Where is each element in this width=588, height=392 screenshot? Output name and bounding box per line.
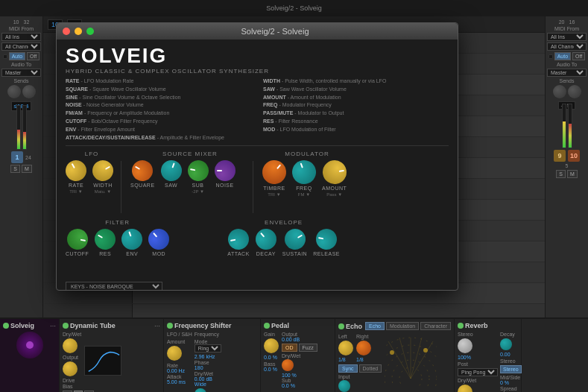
- close-button[interactable]: [63, 28, 70, 35]
- right-meter-2: [568, 104, 572, 148]
- right-send-knob-2[interactable]: [568, 85, 581, 98]
- left-send-knob-2[interactable]: [22, 85, 36, 98]
- cutoff-knob-label: CUTOFF: [66, 251, 89, 256]
- attack-knob[interactable]: [228, 229, 249, 250]
- left-audio-to-select[interactable]: Master: [1, 69, 41, 77]
- bass-label-pedal: Bass: [264, 361, 279, 367]
- width-knob[interactable]: [92, 160, 113, 181]
- sync-btn-echo[interactable]: Sync: [338, 364, 358, 373]
- cutoff-knob-container: CUTOFF: [66, 229, 89, 256]
- cutoff-knob[interactable]: [67, 229, 88, 250]
- left-monitor-off-btn[interactable]: Off: [27, 52, 39, 60]
- noise-knob[interactable]: [215, 160, 235, 181]
- echo-tab-character[interactable]: Character: [420, 322, 451, 330]
- reverb-drywet-knob[interactable]: [458, 385, 472, 392]
- desc-freq: FREQ - Modulator Frequency: [263, 101, 449, 109]
- freq-knob-container: FREQ FM ▼: [292, 160, 316, 197]
- timbre-knob[interactable]: [262, 160, 286, 184]
- right-monitor-auto-btn[interactable]: Auto: [554, 52, 571, 60]
- reverb-right-col: Decay 0.00 Stereo Stereo Mid/Side 0 % Sp…: [500, 332, 522, 392]
- decay-knob-container: DECAY: [256, 229, 276, 256]
- pedal-left-col: Gain 0.0 % Bass 0.0 %: [264, 332, 279, 388]
- right-track-detail: 5: [566, 163, 569, 168]
- decay-knob[interactable]: [256, 229, 276, 250]
- left-s-btn[interactable]: S: [10, 165, 20, 173]
- fs-amount-knob[interactable]: [167, 346, 182, 361]
- od-btn[interactable]: OD: [282, 344, 297, 352]
- reverb-left-col: Stereo 100% Post Ping Pong Dry/Wet 100%: [458, 332, 498, 392]
- echo-tab-modulation[interactable]: Modulation: [386, 322, 419, 330]
- reverb-decay-knob[interactable]: [500, 338, 512, 350]
- effect-solveig: Solveig ⋯: [0, 319, 60, 392]
- frequency-label-fs: Frequency: [195, 332, 221, 337]
- fs-wide-knob[interactable]: [195, 388, 206, 392]
- fs-mode-select[interactable]: Ring: [195, 344, 221, 353]
- right-track-number-10[interactable]: 10: [568, 150, 580, 162]
- res-knob[interactable]: [95, 229, 116, 250]
- left-midi-from-select[interactable]: All Ins: [1, 33, 41, 41]
- right-m-btn[interactable]: M: [567, 170, 578, 178]
- rate-knob[interactable]: [66, 160, 86, 181]
- saw-knob[interactable]: [161, 160, 182, 181]
- fuzz-btn[interactable]: Fuzz: [299, 344, 317, 352]
- envelope-section: ENVELOPE ATTACK DECAY: [227, 219, 340, 279]
- desc-rate: RATE - LFO Modulation Rate: [66, 78, 251, 85]
- sustain-knob[interactable]: [285, 229, 306, 250]
- minimize-button[interactable]: [75, 28, 82, 35]
- effect-frequency-shifter: Frequency Shifter LFO / S&H Amount Rate …: [164, 319, 261, 392]
- release-knob[interactable]: [316, 229, 337, 250]
- left-meter-1: [16, 105, 21, 150]
- echo-right-val: 1/8: [356, 357, 371, 362]
- mod-filter-knob[interactable]: [148, 229, 169, 250]
- right-channel-select[interactable]: All Channels: [547, 42, 587, 51]
- right-s-btn[interactable]: S: [556, 170, 566, 178]
- env-filter-knob[interactable]: [121, 229, 142, 250]
- sub-knob[interactable]: [188, 160, 209, 181]
- right-meter-1: [562, 104, 566, 148]
- left-m-btn[interactable]: M: [22, 165, 32, 173]
- right-midi-from-select[interactable]: All Ins: [547, 33, 587, 41]
- drywet-label-pedal: Dry/Wet: [282, 353, 317, 358]
- right-label-echo: Right: [356, 334, 371, 339]
- freq-mod-knob-label: FREQ: [296, 186, 312, 191]
- solveig-options-icon[interactable]: ⋯: [50, 323, 56, 329]
- gain-label-pedal: Gain: [264, 332, 279, 337]
- right-midi-from-label: MIDI From: [547, 26, 587, 31]
- echo-left-knob[interactable]: [338, 341, 353, 355]
- right-track-number-9[interactable]: 9: [554, 150, 566, 162]
- solveig-main-display[interactable]: [16, 332, 43, 358]
- echo-input-knob[interactable]: [338, 380, 350, 392]
- stereo-btn-reverb[interactable]: Stereo: [500, 365, 522, 373]
- left-label-echo: Left: [338, 334, 353, 339]
- freq-value-fs: 2.96 kHz: [195, 354, 221, 359]
- right-send-knob-1[interactable]: [553, 85, 566, 98]
- right-audio-to-label: Audio To: [547, 62, 587, 67]
- freq-knob[interactable]: [292, 160, 316, 184]
- echo-tab-echo[interactable]: Echo: [365, 322, 385, 330]
- right-audio-to-select[interactable]: Master: [547, 69, 587, 77]
- mixer-mod-divider: [253, 161, 253, 213]
- square-knob[interactable]: [132, 160, 153, 181]
- dynamic-tube-options[interactable]: ⋯: [154, 323, 160, 329]
- reverb-type-select[interactable]: Ping Pong: [458, 368, 498, 376]
- preset-select[interactable]: KEYS - NOISE BAROQUE: [66, 282, 162, 290]
- right-tempo2-label: 16: [569, 19, 575, 25]
- dt-drywet-knob[interactable]: [63, 338, 78, 353]
- pedal-gain-knob[interactable]: [264, 338, 279, 353]
- left-send-knob-1[interactable]: [7, 85, 21, 98]
- amount-knob[interactable]: [323, 160, 347, 184]
- filter-knobs: CUTOFF RES ENV: [66, 229, 169, 256]
- dotted-btn-echo[interactable]: Dotted: [359, 364, 382, 373]
- pedal-drywet-knob[interactable]: [282, 359, 294, 371]
- left-monitor-auto-btn[interactable]: Auto: [9, 52, 25, 60]
- dt-output-knob[interactable]: [63, 361, 78, 376]
- left-track-number[interactable]: 1: [11, 151, 23, 163]
- left-channel-select[interactable]: All Channels: [1, 42, 41, 51]
- lfo-ssh-label: LFO / S&H: [167, 332, 192, 337]
- attack-knob-label: ATTACK: [227, 251, 250, 256]
- reverb-stereo-knob[interactable]: [458, 338, 472, 353]
- reverb-title-bar: Reverb: [458, 322, 518, 329]
- right-monitor-off-btn[interactable]: Off: [572, 52, 585, 60]
- echo-right-knob[interactable]: [356, 341, 371, 355]
- maximize-button[interactable]: [86, 28, 94, 35]
